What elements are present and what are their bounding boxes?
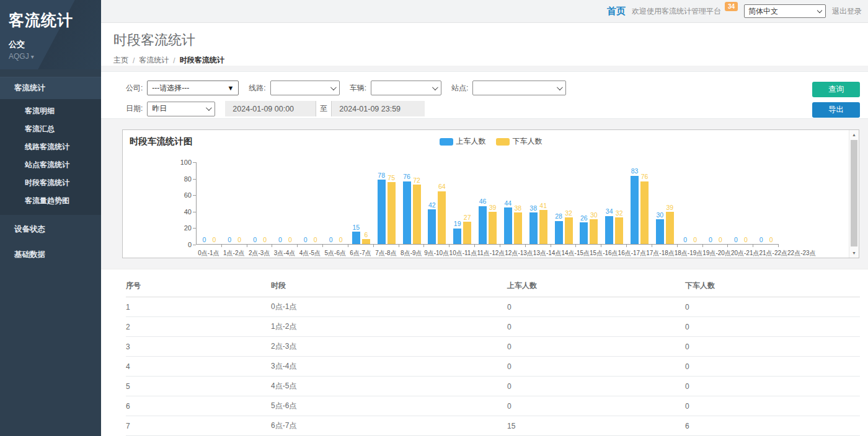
bar-column: 28 [555,213,563,244]
chart-scrollbar[interactable]: ▲ ▼ [849,130,859,258]
breadcrumb-section[interactable]: 客流统计 [139,55,169,66]
sidebar-subitem-2[interactable]: 线路客流统计 [0,138,101,156]
x-axis-category-label: 7点-8点 [373,249,399,258]
company-select[interactable]: ---请选择--- ▼ [147,81,239,95]
bar-column: 38 [514,205,522,244]
spacer [101,119,868,129]
spacer [101,66,868,71]
table-cell: 0 [685,297,860,317]
bar-value-label: 0 [719,237,722,243]
bar[interactable] [479,206,487,244]
sidebar-subitem-0[interactable]: 客流明细 [0,102,101,120]
y-axis-tick-label: 80 [169,175,192,183]
bar[interactable] [489,212,497,244]
legend-entry-1[interactable]: 下车人数 [496,136,542,147]
bar[interactable] [453,229,461,244]
bar-value-label: 27 [464,214,471,221]
date-preset-select[interactable]: 昨日 [147,102,215,116]
bar[interactable] [615,217,623,244]
date-to-input[interactable]: 2024-01-09 23:59 [332,101,425,116]
bar-column: 42 [428,202,436,244]
language-select-value: 简体中文 [748,6,778,17]
bar-value-label: 0 [202,237,206,243]
bar[interactable] [539,210,547,244]
bar[interactable] [640,181,649,244]
x-axis-category-label: 15点-16点 [590,249,618,258]
y-axis-tick-mark [193,162,196,163]
bar[interactable] [666,212,674,244]
home-link[interactable]: 首页 [607,6,626,17]
bar[interactable] [413,185,421,244]
stats-table: 序号时段上车人数下车人数 10点-1点0021点-2点0032点-3点0043点… [126,277,860,436]
station-select[interactable] [472,81,566,95]
chevron-down-icon [817,7,822,12]
export-button[interactable]: 导出 [812,102,860,118]
bar[interactable] [428,209,436,244]
bar[interactable] [590,219,598,244]
vehicle-select[interactable] [371,81,441,95]
language-select[interactable]: 简体中文 [744,4,826,18]
line-select[interactable] [270,81,340,95]
bar[interactable] [514,212,522,244]
caret-down-icon: ▾ [31,53,34,60]
filter-actions: 查询 导出 [812,81,860,118]
bar[interactable] [504,207,512,244]
bar[interactable] [605,216,613,244]
scrollbar-thumb[interactable] [851,140,857,246]
query-button[interactable]: 查询 [812,82,860,97]
sidebar-item-device-status[interactable]: 设备状态 [0,219,101,240]
bar-column: 76 [403,173,411,244]
bar[interactable] [388,182,396,244]
y-axis-tick-mark [193,212,196,212]
user-menu[interactable]: AQGJ▾ [9,52,92,61]
legend-entry-0[interactable]: 上车人数 [440,136,486,147]
sidebar-subitem-5[interactable]: 客流量趋势图 [0,192,101,210]
table-cell: 0点-1点 [271,297,507,317]
sidebar-item-base-data[interactable]: 基础数据 [0,244,101,266]
bar-group-0: 00 [197,162,222,244]
breadcrumb: 主页 / 客流统计 / 时段客流统计 [113,55,868,66]
sidebar-subitem-3[interactable]: 站点客流统计 [0,156,101,174]
table-cell: 15 [507,416,685,436]
sidebar-subitem-1[interactable]: 客流汇总 [0,120,101,138]
x-axis-category-label: 4点-5点 [297,249,322,258]
legend-label: 下车人数 [513,136,542,147]
date-from-input[interactable]: 2024-01-09 00:00 [225,101,316,116]
bar[interactable] [352,232,360,244]
bar-column: 27 [463,214,471,244]
bar-column: 75 [388,175,396,244]
x-axis-category-label: 21点-22点 [759,249,787,258]
x-axis-category-label: 5点-6点 [322,249,348,258]
bar-group-14: 2832 [551,162,577,244]
logout-link[interactable]: 退出登录 [832,6,862,17]
bar[interactable] [580,222,588,244]
bar-group-5: 00 [323,162,348,244]
bar[interactable] [555,221,563,244]
bar[interactable] [362,239,370,244]
bar[interactable] [378,180,386,244]
bar-column: 32 [615,210,623,244]
bar-value-label: 42 [428,202,436,209]
bar-column: 0 [236,237,244,245]
bar-value-label: 32 [565,210,572,217]
bar[interactable] [631,176,639,244]
scroll-down-icon[interactable]: ▼ [849,248,859,258]
bar[interactable] [529,212,538,244]
bar-column: 26 [580,215,588,244]
bar[interactable] [438,191,446,244]
bar[interactable] [403,181,411,244]
scroll-up-icon[interactable]: ▲ [849,130,859,139]
org-name: 公交 [9,39,92,50]
main-area: 首页 欢迎使用客流统计管理平台 34 简体中文 退出登录 时段客流统计 主页 /… [101,0,868,436]
table-cell: 2点-3点 [271,337,507,357]
bar[interactable] [565,217,573,244]
table-cell: 5点-6点 [271,396,507,416]
notification-badge[interactable]: 34 [725,2,738,11]
bar[interactable] [656,219,664,244]
breadcrumb-home[interactable]: 主页 [113,55,128,66]
sidebar-subitem-4[interactable]: 时段客流统计 [0,174,101,192]
sidebar-item-passenger-stats[interactable]: 客流统计 [0,77,101,99]
x-axis-category-label: 17点-18点 [646,249,675,258]
date-preset-value: 昨日 [152,103,167,114]
bar[interactable] [463,222,471,244]
